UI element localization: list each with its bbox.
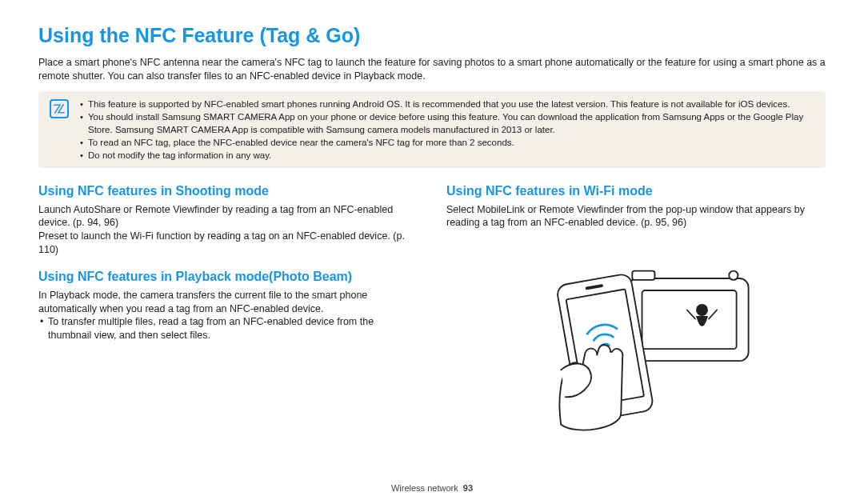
svg-point-4 [729,271,738,280]
content-columns: Using NFC features in Shooting mode Laun… [38,182,826,436]
section-wifi: Using NFC features in Wi-Fi mode Select … [446,182,826,230]
section-body: Launch AutoShare or Remote Viewfinder by… [38,203,418,230]
page-footer: Wireless network 93 [0,482,864,494]
left-column: Using NFC features in Shooting mode Laun… [38,182,418,436]
section-heading: Using NFC features in Shooting mode [38,182,418,200]
section-shooting: Using NFC features in Shooting mode Laun… [38,182,418,257]
footer-page-number: 93 [463,483,473,493]
note-item: This feature is supported by NFC-enabled… [80,98,814,110]
note-icon [50,99,69,118]
right-column: Using NFC features in Wi-Fi mode Select … [446,182,826,436]
svg-rect-1 [642,290,737,349]
intro-paragraph: Place a smart phone's NFC antenna near t… [38,56,826,83]
section-heading: Using NFC features in Playback mode(Phot… [38,268,418,286]
svg-point-2 [696,304,708,316]
footer-section: Wireless network [391,483,458,493]
section-bullet: To transfer multiple files, read a tag f… [38,315,418,342]
note-box: This feature is supported by NFC-enabled… [38,91,826,168]
section-body: In Playback mode, the camera transfers t… [38,289,418,316]
section-heading: Using NFC features in Wi-Fi mode [446,182,826,200]
note-list: This feature is supported by NFC-enabled… [80,98,814,162]
svg-rect-3 [632,271,654,280]
note-item: To read an NFC tag, place the NFC-enable… [80,136,814,149]
section-body: Preset to launch the Wi-Fi function by r… [38,230,418,257]
nfc-illustration: NFC [446,241,826,436]
note-item: You should install Samsung SMART CAMERA … [80,110,814,136]
section-playback: Using NFC features in Playback mode(Phot… [38,268,418,342]
section-body: Select MobileLink or Remote Viewfinder f… [446,203,826,230]
page-title: Using the NFC Feature (Tag & Go) [38,22,826,50]
note-item: Do not modify the tag information in any… [80,149,814,162]
